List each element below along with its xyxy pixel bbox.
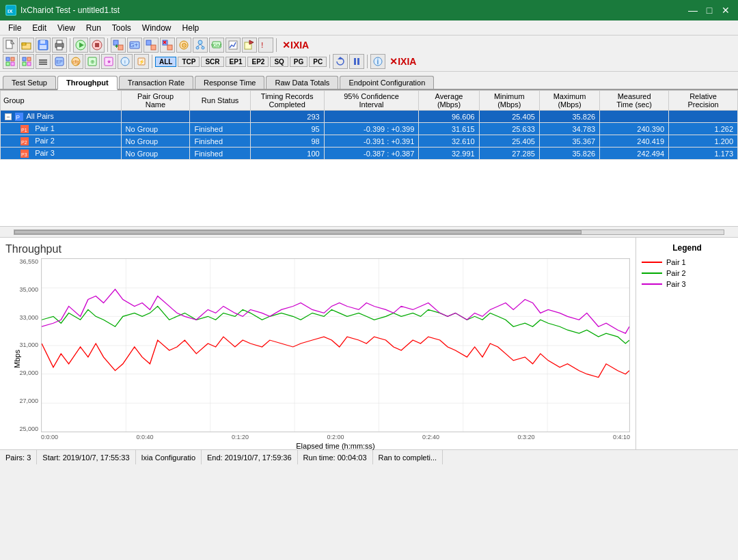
tab-bar: Test Setup Throughput Transaction Rate R… bbox=[0, 72, 738, 90]
legend-pair2-label: Pair 2 bbox=[666, 269, 686, 277]
toolbar-tb2-1[interactable] bbox=[3, 54, 18, 69]
menu-tools[interactable]: Tools bbox=[107, 22, 137, 34]
filter-pc[interactable]: PC bbox=[309, 57, 327, 67]
svg-rect-5 bbox=[22, 43, 26, 45]
menu-view[interactable]: View bbox=[52, 22, 81, 34]
tab-test-setup[interactable]: Test Setup bbox=[3, 76, 56, 89]
table-row[interactable]: P1 Pair 1 No Group Finished 95 -0.399 : … bbox=[1, 123, 738, 135]
toolbar-tb2-8[interactable]: i bbox=[118, 54, 133, 69]
toolbar-add-group[interactable]: G+ bbox=[127, 38, 142, 53]
col-maximum: Maximum(Mbps) bbox=[539, 91, 599, 111]
svg-text:cfg: cfg bbox=[72, 59, 79, 65]
toolbar-edit-pair[interactable] bbox=[144, 38, 159, 53]
table-row[interactable]: P2 Pair 2 No Group Finished 98 -0.391 : … bbox=[1, 135, 738, 148]
status-pairs: Pairs: 3 bbox=[0, 450, 37, 464]
tab-response-time[interactable]: Response Time bbox=[195, 76, 264, 89]
svg-rect-47 bbox=[27, 62, 31, 66]
svg-line-33 bbox=[200, 44, 203, 46]
svg-text:P3: P3 bbox=[21, 152, 27, 157]
toolbar-mgmt[interactable]: MGMT bbox=[209, 38, 224, 53]
tab-endpoint-config[interactable]: Endpoint Configuration bbox=[340, 76, 434, 89]
menu-help[interactable]: Help bbox=[177, 22, 205, 34]
svg-point-31 bbox=[202, 46, 204, 49]
expand-icon[interactable]: − bbox=[5, 113, 12, 120]
legend-pair1-label: Pair 1 bbox=[666, 258, 686, 266]
title-bar: IX IxChariot Test - untitled1.tst — □ ✕ bbox=[0, 0, 738, 20]
toolbar-ixia[interactable]: ! bbox=[258, 38, 273, 53]
col-timing: Timing RecordsCompleted bbox=[250, 91, 324, 111]
svg-rect-49 bbox=[39, 61, 47, 63]
filter-all[interactable]: ALL bbox=[155, 57, 176, 67]
pair1-line bbox=[42, 337, 629, 378]
filter-sq[interactable]: SQ bbox=[270, 57, 288, 67]
menu-bar: File Edit View Run Tools Window Help bbox=[0, 20, 738, 36]
svg-point-30 bbox=[196, 46, 199, 49]
filter-ep1[interactable]: EP1 bbox=[226, 57, 247, 67]
toolbar-row-1: + G+ ⚙ MGMT ! ✕IXIA bbox=[3, 37, 735, 53]
svg-text:MGMT: MGMT bbox=[211, 42, 222, 48]
toolbar-tb2-2[interactable] bbox=[19, 54, 34, 69]
horizontal-scrollbar[interactable] bbox=[0, 227, 738, 238]
toolbar-tb2-9[interactable]: ⚡ bbox=[134, 54, 149, 69]
toolbar-chart[interactable] bbox=[226, 38, 241, 53]
pair2-label: Pair 2 bbox=[32, 137, 55, 145]
toolbar-refresh[interactable] bbox=[333, 54, 348, 69]
toolbar-tb2-5[interactable]: cfg bbox=[68, 54, 83, 69]
toolbar-networks[interactable] bbox=[193, 38, 208, 53]
status-config: Ixia Configuratio bbox=[136, 450, 202, 464]
filter-pg[interactable]: PG bbox=[290, 57, 308, 67]
svg-rect-36 bbox=[229, 41, 237, 49]
toolbar-sep-3 bbox=[276, 38, 277, 52]
toolbar-add-pair[interactable]: + bbox=[111, 38, 126, 53]
close-button[interactable]: ✕ bbox=[719, 3, 733, 17]
toolbar-pause[interactable] bbox=[349, 54, 364, 69]
legend-section: Legend Pair 1 Pair 2 Pair 3 bbox=[636, 238, 738, 449]
filter-scr[interactable]: SCR bbox=[201, 57, 223, 67]
tab-raw-data[interactable]: Raw Data Totals bbox=[266, 76, 338, 89]
col-pair-group: Pair GroupName bbox=[121, 91, 190, 111]
svg-rect-24 bbox=[167, 45, 172, 50]
filter-tcp[interactable]: TCP bbox=[178, 57, 200, 67]
toolbar-row-2: EP cfg ⊕ ★ i ⚡ ALL TCP SCR EP1 EP2 SQ PG… bbox=[3, 53, 735, 70]
status-bar: Pairs: 3 Start: 2019/10/7, 17:55:33 Ixia… bbox=[0, 449, 738, 464]
svg-rect-45 bbox=[27, 57, 31, 61]
svg-rect-43 bbox=[11, 62, 14, 66]
toolbar-open[interactable] bbox=[19, 38, 34, 53]
toolbar-area: + G+ ⚙ MGMT ! ✕IXIA bbox=[0, 36, 738, 72]
toolbar-run[interactable] bbox=[73, 38, 88, 53]
menu-window[interactable]: Window bbox=[137, 22, 177, 34]
svg-rect-8 bbox=[40, 45, 46, 49]
maximize-button[interactable]: □ bbox=[702, 3, 716, 17]
toolbar-tb2-7[interactable]: ★ bbox=[101, 54, 116, 69]
svg-text:⚡: ⚡ bbox=[139, 59, 145, 65]
table-row[interactable]: P3 Pair 3 No Group Finished 100 -0.387 :… bbox=[1, 148, 738, 160]
all-pairs-name: − P All Pairs bbox=[1, 111, 122, 123]
toolbar-sep-4 bbox=[152, 55, 152, 68]
minimize-button[interactable]: — bbox=[686, 3, 700, 17]
toolbar-btn5[interactable]: ⚙ bbox=[176, 38, 191, 53]
toolbar-save[interactable] bbox=[36, 38, 51, 53]
toolbar-info[interactable]: i bbox=[370, 54, 385, 69]
toolbar-tb2-4[interactable]: EP bbox=[52, 54, 67, 69]
toolbar-export[interactable] bbox=[242, 38, 257, 53]
legend-pair2: Pair 2 bbox=[642, 269, 733, 277]
tab-transaction-rate[interactable]: Transaction Rate bbox=[119, 76, 193, 89]
menu-edit[interactable]: Edit bbox=[27, 22, 52, 34]
all-pairs-row[interactable]: − P All Pairs 293 96.606 25.405 35.826 bbox=[1, 111, 738, 123]
toolbar-print[interactable] bbox=[52, 38, 67, 53]
toolbar-stop[interactable] bbox=[90, 38, 105, 53]
toolbar-new[interactable] bbox=[3, 38, 18, 53]
svg-rect-17 bbox=[118, 45, 123, 50]
toolbar-tb2-6[interactable]: ⊕ bbox=[85, 54, 100, 69]
svg-text:EP: EP bbox=[56, 59, 63, 64]
svg-text:⚙: ⚙ bbox=[181, 42, 187, 49]
toolbar-tb2-3[interactable] bbox=[36, 54, 51, 69]
menu-run[interactable]: Run bbox=[81, 22, 107, 34]
tab-throughput[interactable]: Throughput bbox=[57, 76, 118, 90]
menu-file[interactable]: File bbox=[3, 22, 27, 34]
svg-rect-65 bbox=[357, 58, 359, 65]
filter-ep2[interactable]: EP2 bbox=[247, 57, 269, 67]
toolbar-delete[interactable] bbox=[160, 38, 175, 53]
col-precision: RelativePrecision bbox=[669, 91, 738, 111]
legend-pair3-line bbox=[642, 283, 662, 285]
